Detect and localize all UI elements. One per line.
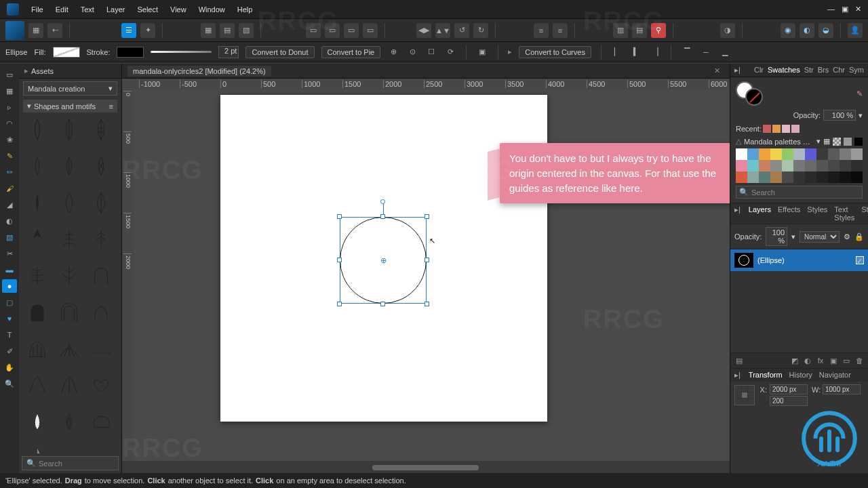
horizontal-scrollbar[interactable] [136, 464, 727, 472]
distribute-h-icon[interactable]: ▥ [613, 23, 628, 38]
palette-swatch[interactable] [805, 171, 816, 183]
palette-swatch[interactable] [851, 148, 863, 160]
palette-swatch[interactable] [816, 171, 828, 183]
artboard-tool[interactable]: ▦ [2, 84, 17, 98]
selected-ellipse[interactable]: ⊕ [340, 217, 427, 304]
palette-swatch[interactable] [828, 171, 840, 183]
fill-swatch[interactable] [53, 47, 80, 58]
center-icon[interactable]: ⊕ [387, 46, 399, 58]
corner-tool[interactable]: ◠ [2, 117, 17, 130]
crop-tool[interactable]: ✂ [2, 247, 17, 260]
handle-br[interactable] [425, 302, 429, 306]
palette-swatch[interactable] [793, 148, 805, 160]
add-shape-icon[interactable]: ◉ [781, 23, 795, 38]
tab-brushes[interactable]: Brs [818, 66, 829, 75]
align-left-icon[interactable]: ≡ [534, 23, 549, 38]
palette-swatch[interactable] [770, 160, 782, 171]
spiral-tool[interactable]: ❀ [2, 133, 17, 146]
pen-tool[interactable]: ✎ [2, 149, 17, 163]
palette-swatch[interactable] [828, 148, 840, 160]
handle-bl[interactable] [337, 302, 342, 306]
gear-icon[interactable]: ⚙ [844, 232, 850, 241]
stroke-width-slider[interactable] [151, 51, 212, 53]
palette-header[interactable]: △ Mandala palettes by P ▾ ▦ [736, 136, 863, 147]
palette-swatch[interactable] [840, 160, 851, 171]
asset-leaf-5[interactable] [56, 153, 82, 179]
snap-toggle[interactable]: ☰ [121, 23, 136, 38]
tab-textstyles[interactable]: Text Styles [834, 205, 854, 222]
assets-tab[interactable]: ▸Assets [19, 64, 121, 79]
align-grid-icon[interactable]: ▦ [201, 23, 216, 38]
heart-tool[interactable]: ♥ [2, 312, 17, 325]
tab-navigator[interactable]: Navigator [819, 371, 851, 380]
palette-swatch[interactable] [759, 148, 770, 160]
order-front-icon[interactable]: ▭ [363, 23, 378, 38]
recent-swatch[interactable] [772, 125, 781, 133]
asset-motif-1[interactable] [24, 226, 50, 252]
tab-character[interactable]: Chr [833, 66, 845, 75]
scroll-thumb[interactable] [372, 465, 479, 470]
chevron-down-icon[interactable]: ▾ [859, 111, 863, 120]
asset-drop-outline[interactable] [56, 409, 82, 435]
tab-transform[interactable]: Transform [749, 371, 783, 380]
asset-arch-4[interactable] [88, 300, 114, 325]
tab-color[interactable]: Clr [754, 66, 764, 75]
rotate-cw-icon[interactable]: ↻ [473, 23, 488, 38]
convert-donut-button[interactable]: Convert to Donut [245, 46, 314, 58]
handle-l[interactable] [337, 258, 342, 262]
panel-menu-icon[interactable]: ▸| [734, 66, 741, 75]
brush-tool[interactable]: 🖌 [2, 182, 17, 195]
layer-visibility-checkbox[interactable]: ✓ [856, 256, 864, 264]
asset-petal-2[interactable] [56, 190, 82, 216]
asset-flower[interactable] [24, 446, 50, 453]
recent-swatch[interactable] [763, 125, 771, 133]
asset-arch-1[interactable] [88, 263, 114, 289]
align-b-icon[interactable]: ▁ [719, 46, 731, 58]
palette-swatch[interactable] [840, 171, 851, 183]
tab-layers[interactable]: Layers [749, 205, 771, 222]
none-swatch[interactable] [833, 138, 841, 146]
asset-leaf-2[interactable] [56, 117, 82, 142]
asset-arch-2[interactable] [24, 300, 50, 325]
asset-dome-1[interactable] [24, 336, 50, 362]
tab-effects[interactable]: Effects [778, 205, 800, 222]
flip-h-icon[interactable]: ◀▶ [416, 23, 431, 38]
tab-stock[interactable]: Stock [861, 205, 868, 222]
palette-swatch[interactable] [805, 148, 816, 160]
palette-swatch[interactable] [736, 160, 747, 171]
delete-layer-icon[interactable]: 🗑 [854, 356, 864, 365]
distribute-v-icon[interactable]: ▤ [632, 23, 647, 38]
palette-swatch[interactable] [782, 171, 793, 183]
asset-fern-1[interactable] [24, 263, 50, 289]
y-input[interactable] [770, 396, 808, 406]
menu-layer[interactable]: Layer [106, 5, 125, 14]
palette-swatch[interactable] [840, 148, 851, 160]
grid-view-icon[interactable]: ▦ [823, 137, 830, 146]
align-c-icon[interactable]: ▍ [630, 46, 642, 58]
asset-heart[interactable] [88, 373, 114, 399]
tab-stroke[interactable]: Str [804, 66, 814, 75]
stroke-width-input[interactable]: 2 pt [218, 46, 239, 58]
reset-box-icon[interactable]: ▣ [476, 46, 488, 58]
palette-swatch[interactable] [759, 171, 770, 183]
asset-petal-1[interactable] [24, 190, 50, 216]
recent-swatch[interactable] [791, 125, 800, 133]
share-icon[interactable]: ⇠ [47, 23, 62, 38]
flip-v-icon[interactable]: ▲▼ [435, 23, 450, 38]
palette-swatch[interactable] [770, 148, 782, 160]
minimize-icon[interactable]: — [827, 5, 835, 14]
move-tool[interactable]: ▭ [2, 68, 17, 81]
fill-tool[interactable]: ◢ [2, 198, 17, 211]
asset-leaf-4[interactable] [24, 153, 50, 179]
ruler-vertical[interactable]: 0 500 1000 1500 2000 [122, 79, 134, 461]
layer-opacity-input[interactable]: 100 % [766, 227, 787, 246]
asset-section-header[interactable]: ▾Shapes and motifs≡ [23, 100, 117, 113]
handle-tl[interactable] [337, 214, 342, 219]
tab-history[interactable]: History [789, 371, 812, 380]
menu-view[interactable]: View [170, 5, 186, 14]
palette-swatch[interactable] [793, 160, 805, 171]
palette-search[interactable]: 🔍Search [736, 186, 863, 199]
asset-fern-2[interactable] [56, 263, 82, 289]
boolean-add-icon[interactable]: ◑ [720, 23, 735, 38]
asset-leaf-6[interactable] [88, 153, 114, 179]
